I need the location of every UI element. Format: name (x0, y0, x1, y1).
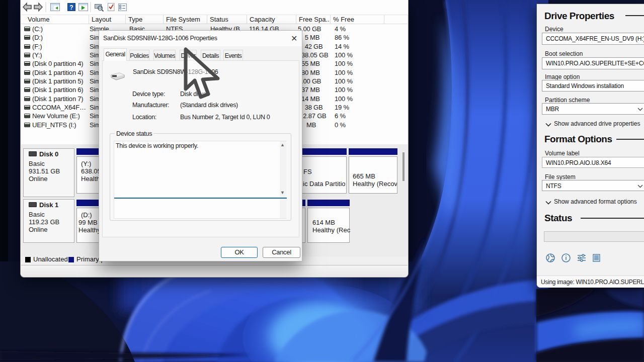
svg-text:?: ? (69, 4, 73, 11)
